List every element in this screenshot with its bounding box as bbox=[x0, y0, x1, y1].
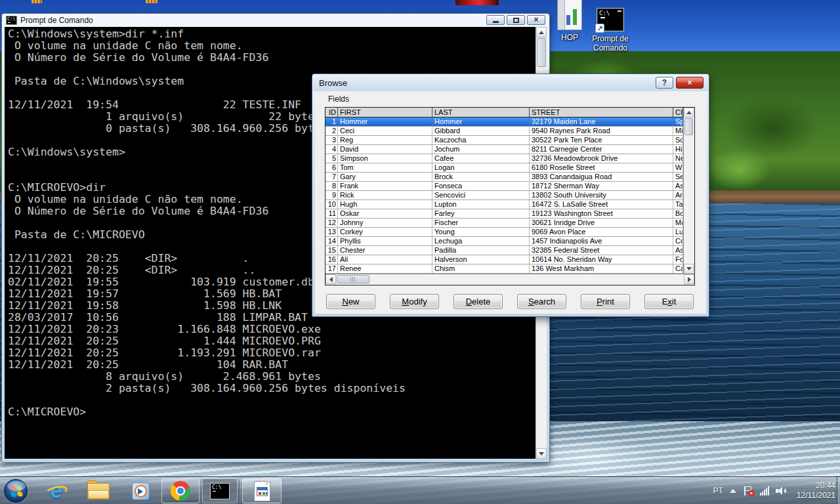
cell-id[interactable]: 11 bbox=[326, 209, 338, 218]
cell-last[interactable]: Farley bbox=[432, 209, 530, 218]
desktop-icon-prompt-de-comando[interactable]: C:\ ↗ Prompt de Comando bbox=[579, 8, 642, 52]
table-horizontal-scrollbar[interactable] bbox=[326, 274, 694, 285]
scroll-down-button[interactable] bbox=[536, 448, 547, 459]
print-button[interactable]: Print bbox=[581, 294, 630, 309]
column-header-first[interactable]: FIRST bbox=[338, 108, 432, 117]
cell-street[interactable]: 19123 Washington Street bbox=[530, 209, 673, 218]
cell-first[interactable]: Ali bbox=[338, 255, 432, 264]
cell-city[interactable]: Hin bbox=[673, 145, 683, 154]
scroll-up-button[interactable] bbox=[536, 27, 547, 37]
cell-street[interactable]: 30522 Park Ten Place bbox=[530, 136, 673, 144]
cell-id[interactable]: 6 bbox=[326, 163, 338, 172]
table-row[interactable]: 11 Oskar Farley 19123 Washington Street … bbox=[326, 209, 683, 219]
scrollbar-thumb[interactable] bbox=[684, 118, 693, 135]
cell-first[interactable]: Hugh bbox=[338, 200, 432, 209]
taskbar-item-chrome[interactable] bbox=[161, 478, 200, 503]
cell-id[interactable]: 1 bbox=[326, 117, 338, 126]
taskbar-item-media-player[interactable] bbox=[127, 478, 154, 503]
cell-street[interactable]: 136 West Markham bbox=[530, 264, 673, 273]
table-row[interactable]: 6 Tom Logan 6180 Roselle Street Wi bbox=[326, 163, 683, 173]
cell-last[interactable]: Brock bbox=[432, 173, 530, 181]
modify-button[interactable]: Modify bbox=[390, 294, 439, 309]
cell-street[interactable]: 9069 Avon Place bbox=[530, 228, 673, 236]
cell-last[interactable]: Padilla bbox=[432, 246, 530, 255]
cell-first[interactable]: Frank bbox=[338, 182, 432, 190]
cell-last[interactable]: Lupton bbox=[432, 200, 530, 209]
cell-id[interactable]: 14 bbox=[326, 237, 338, 245]
cell-last[interactable]: Young bbox=[432, 228, 530, 236]
cell-id[interactable]: 13 bbox=[326, 228, 338, 236]
cmd-titlebar[interactable]: C:\ Prompt de Comando × bbox=[2, 14, 549, 26]
cell-last[interactable]: Lechuga bbox=[432, 237, 530, 245]
scrollbar-thumb[interactable] bbox=[337, 275, 369, 284]
network-signal-icon[interactable] bbox=[760, 486, 769, 495]
cell-city[interactable]: Wi bbox=[673, 163, 683, 172]
cell-first[interactable]: Phyllis bbox=[338, 237, 432, 245]
cell-street[interactable]: 30621 Inridge Drive bbox=[530, 219, 673, 227]
cell-last[interactable]: Logan bbox=[432, 163, 530, 172]
cell-id[interactable]: 8 bbox=[326, 182, 338, 190]
minimize-button[interactable] bbox=[486, 15, 505, 25]
cell-id[interactable]: 12 bbox=[326, 219, 338, 227]
cell-city[interactable]: Ne bbox=[673, 154, 683, 163]
cell-last[interactable]: Chism bbox=[432, 264, 530, 273]
scroll-down-button[interactable] bbox=[684, 264, 694, 274]
language-indicator[interactable]: PT bbox=[713, 486, 723, 495]
cell-city[interactable]: Fo bbox=[673, 255, 683, 264]
cell-street[interactable]: 16472 S. LaSalle Street bbox=[530, 200, 673, 209]
cell-first[interactable]: Johnny bbox=[338, 219, 432, 227]
cell-street[interactable]: 9540 Raynes Park Road bbox=[530, 127, 673, 135]
cell-city[interactable]: Ca bbox=[673, 264, 683, 273]
cell-city[interactable]: As bbox=[673, 246, 683, 255]
table-row[interactable]: 17 Renee Chism 136 West Markham Ca bbox=[326, 264, 683, 274]
cell-id[interactable]: 2 bbox=[326, 127, 338, 135]
cell-city[interactable]: As bbox=[673, 182, 683, 190]
cell-id[interactable]: 3 bbox=[326, 136, 338, 144]
cell-street[interactable]: 1457 Indianapolis Ave bbox=[530, 237, 673, 245]
taskbar-clock[interactable]: 20:44 12/11/2021 bbox=[797, 481, 835, 501]
cell-last[interactable]: Cafee bbox=[432, 154, 530, 163]
cell-city[interactable]: Ta bbox=[673, 200, 683, 209]
cell-city[interactable]: Lu bbox=[673, 228, 683, 236]
table-row[interactable]: 2 Ceci Gibbard 9540 Raynes Park Road Mi bbox=[326, 127, 683, 136]
table-row[interactable]: 9 Rick Sencovici 13802 South University … bbox=[326, 191, 683, 200]
cell-street[interactable]: 32385 Federal Street bbox=[530, 246, 673, 255]
volume-icon[interactable] bbox=[776, 486, 789, 496]
cell-last[interactable]: Hommer bbox=[432, 117, 530, 126]
column-header-city[interactable]: CITY bbox=[673, 108, 683, 117]
taskbar-item-command-prompt[interactable]: C:\ bbox=[202, 478, 238, 503]
cell-id[interactable]: 16 bbox=[326, 255, 338, 264]
taskbar-item-microevo-app[interactable] bbox=[242, 478, 282, 503]
cell-first[interactable]: Oskar bbox=[338, 209, 432, 218]
table-row[interactable]: 5 Simpson Cafee 32736 Meadowbrook Drive … bbox=[326, 154, 683, 163]
cell-street[interactable]: 18712 Sherman Way bbox=[530, 182, 673, 190]
cell-first[interactable]: Chester bbox=[338, 246, 432, 255]
scroll-right-button[interactable] bbox=[684, 274, 694, 284]
table-row[interactable]: 16 Ali Halverson 10614 No. Sheridan Way … bbox=[326, 255, 683, 264]
cell-street[interactable]: 13802 South University bbox=[530, 191, 673, 200]
table-row[interactable]: 8 Frank Fonseca 18712 Sherman Way As bbox=[326, 182, 683, 191]
taskbar-item-windows-explorer[interactable] bbox=[85, 478, 112, 503]
cell-street[interactable]: 3893 Canandaigua Road bbox=[530, 173, 673, 181]
table-row[interactable]: 4 David Jochum 8211 Carnegie Center Hin bbox=[326, 145, 683, 154]
cell-id[interactable]: 4 bbox=[326, 145, 338, 154]
cell-id[interactable]: 9 bbox=[326, 191, 338, 200]
new-button[interactable]: New bbox=[326, 294, 375, 309]
cell-first[interactable]: Reg bbox=[338, 136, 432, 144]
cell-city[interactable]: Bo bbox=[673, 209, 683, 218]
cell-city[interactable]: Co bbox=[673, 237, 683, 245]
exit-button[interactable]: Exit bbox=[644, 294, 694, 309]
cell-first[interactable]: Renee bbox=[338, 264, 432, 273]
cell-id[interactable]: 10 bbox=[326, 200, 338, 209]
action-center-flag-icon[interactable]: × bbox=[743, 486, 753, 496]
cell-last[interactable]: Jochum bbox=[432, 145, 530, 154]
close-button[interactable]: × bbox=[676, 77, 704, 89]
cell-first[interactable]: Ceci bbox=[338, 127, 432, 135]
search-button[interactable]: Search bbox=[517, 294, 566, 309]
table-row[interactable]: 3 Reg Kaczocha 30522 Park Ten Place Sc bbox=[326, 136, 683, 145]
scroll-left-button[interactable] bbox=[326, 274, 336, 284]
cell-street[interactable]: 32736 Meadowbrook Drive bbox=[530, 154, 673, 163]
cell-last[interactable]: Sencovici bbox=[432, 191, 530, 200]
cell-first[interactable]: David bbox=[338, 145, 432, 154]
table-row[interactable]: 10 Hugh Lupton 16472 S. LaSalle Street T… bbox=[326, 200, 683, 209]
